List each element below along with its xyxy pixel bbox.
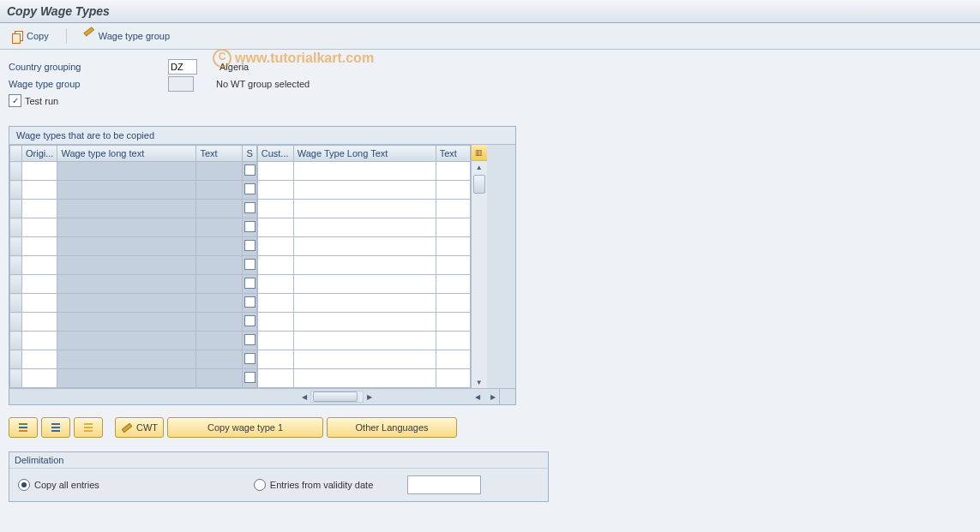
table-row[interactable] xyxy=(257,369,470,388)
horizontal-scroll-row: ◀ ▶ ◀ ▶ xyxy=(9,388,515,404)
test-run-row: ✓ Test run xyxy=(9,94,971,107)
column-header[interactable]: Wage Type Long Text xyxy=(293,146,436,162)
row-checkbox[interactable] xyxy=(244,183,256,194)
wage-type-group-text: No WT group selected xyxy=(216,79,310,89)
scroll-track[interactable] xyxy=(472,173,487,376)
table-row[interactable] xyxy=(10,275,257,294)
table-row[interactable] xyxy=(257,237,470,256)
radio-icon xyxy=(18,479,30,491)
table-row[interactable] xyxy=(257,350,470,369)
wage-type-group-input[interactable] xyxy=(168,76,194,92)
select-all-button[interactable] xyxy=(9,417,38,438)
table-row[interactable] xyxy=(257,181,470,200)
table-row[interactable] xyxy=(10,200,257,218)
deselect-all-icon xyxy=(50,421,62,433)
wage-type-group-button[interactable]: Wage type group xyxy=(79,29,175,44)
scroll-down-icon[interactable]: ▼ xyxy=(472,376,487,388)
column-header[interactable]: S xyxy=(243,146,256,162)
h-scroll-left-prev-icon[interactable]: ◀ xyxy=(298,390,310,403)
table-row[interactable] xyxy=(10,294,257,313)
table-title: Wage types that are to be copied xyxy=(9,127,515,145)
right-grid[interactable]: Cust...Wage Type Long TextText xyxy=(257,145,471,388)
table-row[interactable] xyxy=(257,313,470,332)
app-toolbar: Copy Wage type group C www.tutorialkart.… xyxy=(0,23,980,50)
column-header[interactable]: Text xyxy=(436,146,470,162)
h-scroll-left-next-icon[interactable]: ▶ xyxy=(364,390,376,403)
table-row[interactable] xyxy=(10,162,257,181)
table-row[interactable] xyxy=(10,237,257,256)
table-row[interactable] xyxy=(257,256,470,275)
table-row[interactable] xyxy=(257,218,470,237)
row-checkbox[interactable] xyxy=(244,296,256,308)
wage-type-group-label: Wage type group xyxy=(9,79,163,89)
h-scroll-right-next-icon[interactable]: ▶ xyxy=(487,390,499,403)
table-row[interactable] xyxy=(257,332,470,350)
other-languages-button[interactable]: Other Languages xyxy=(327,417,457,438)
toolbar-separator xyxy=(66,28,67,44)
wage-types-table: Wage types that are to be copied Origi..… xyxy=(9,126,516,405)
scroll-up-icon[interactable]: ▲ xyxy=(472,161,487,173)
row-checkbox[interactable] xyxy=(244,353,256,364)
table-row[interactable] xyxy=(257,294,470,313)
table-row[interactable] xyxy=(257,162,470,181)
entries-from-date-radio[interactable]: Entries from validity date xyxy=(254,479,373,491)
table-row[interactable] xyxy=(10,369,257,388)
column-header[interactable]: Text xyxy=(196,146,243,162)
country-grouping-row: Country grouping Algeria xyxy=(9,58,971,75)
table-row[interactable] xyxy=(10,350,257,369)
edit-icon xyxy=(121,421,133,433)
column-header[interactable]: Origi... xyxy=(22,146,57,162)
validity-date-input[interactable] xyxy=(407,475,481,494)
table-row[interactable] xyxy=(10,332,257,350)
row-checkbox[interactable] xyxy=(244,372,256,383)
body-area: Country grouping Algeria Wage type group… xyxy=(0,50,980,511)
cwt-button[interactable]: CWT xyxy=(115,417,164,438)
vertical-scrollbar[interactable]: ▥ ▲ ▼ xyxy=(471,145,487,388)
page-title: Copy Wage Types xyxy=(7,4,110,18)
wage-type-group-row: Wage type group No WT group selected xyxy=(9,75,971,93)
row-checkbox[interactable] xyxy=(244,202,256,213)
h-scroll-right-prev-icon[interactable]: ◀ xyxy=(472,390,484,403)
table-row[interactable] xyxy=(10,256,257,275)
country-grouping-input[interactable] xyxy=(168,59,197,75)
country-grouping-text: Algeria xyxy=(219,62,249,72)
select-block-button[interactable] xyxy=(74,417,103,438)
left-grid[interactable]: Origi...Wage type long textTextS xyxy=(9,145,257,388)
copy-all-label: Copy all entries xyxy=(34,480,99,490)
test-run-checkbox[interactable]: ✓ xyxy=(9,94,21,107)
country-grouping-label: Country grouping xyxy=(9,62,163,72)
row-checkbox[interactable] xyxy=(244,221,256,232)
table-row[interactable] xyxy=(10,181,257,200)
delimitation-group: Delimitation Copy all entries Entries fr… xyxy=(9,451,549,502)
table-row[interactable] xyxy=(257,275,470,294)
row-checkbox[interactable] xyxy=(244,278,256,289)
copy-wage-type-1-button[interactable]: Copy wage type 1 xyxy=(167,417,323,438)
table-row[interactable] xyxy=(257,200,470,218)
deselect-all-button[interactable] xyxy=(41,417,70,438)
scroll-thumb[interactable] xyxy=(473,175,485,194)
column-header[interactable]: Cust... xyxy=(257,146,293,162)
test-run-label: Test run xyxy=(25,96,58,106)
table-row[interactable] xyxy=(10,313,257,332)
table-config-icon[interactable]: ▥ xyxy=(472,145,487,161)
copy-all-entries-radio[interactable]: Copy all entries xyxy=(18,479,99,491)
delimitation-title: Delimitation xyxy=(9,452,548,469)
row-checkbox[interactable] xyxy=(244,164,256,176)
select-all-icon xyxy=(17,421,29,433)
from-date-label: Entries from validity date xyxy=(270,480,373,490)
column-header[interactable]: Wage type long text xyxy=(57,146,196,162)
copy-wage-type-1-label: Copy wage type 1 xyxy=(207,422,283,433)
copy-button-label: Copy xyxy=(27,31,49,41)
copy-icon xyxy=(12,31,23,42)
column-header[interactable] xyxy=(10,146,22,162)
pencil-icon xyxy=(84,31,95,42)
row-checkbox[interactable] xyxy=(244,334,256,345)
row-checkbox[interactable] xyxy=(244,259,256,270)
row-checkbox[interactable] xyxy=(244,315,256,326)
action-button-row: CWT Copy wage type 1 Other Languages xyxy=(9,417,971,438)
other-languages-label: Other Languages xyxy=(356,422,429,433)
h-scroll-left[interactable]: ◀ ▶ ◀ ▶ xyxy=(255,389,500,404)
table-row[interactable] xyxy=(10,218,257,237)
row-checkbox[interactable] xyxy=(244,240,256,251)
copy-button[interactable]: Copy xyxy=(7,29,54,44)
